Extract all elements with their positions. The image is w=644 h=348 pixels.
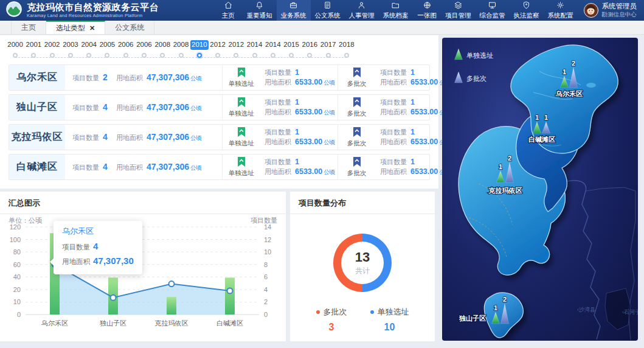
bar-白碱滩区[interactable]	[225, 277, 235, 315]
year-dot	[307, 53, 312, 58]
multi-count-value: 1	[410, 128, 415, 136]
year-item[interactable]: 2010	[190, 40, 209, 63]
user-profile[interactable]: 系统管理员 勘测信息中心	[578, 2, 644, 18]
nav-item-settings[interactable]: 系统配置	[544, 0, 578, 21]
user-avatar-icon	[584, 3, 598, 18]
business-icon	[289, 1, 298, 11]
nav-item-enforcement[interactable]: 执法监察	[510, 0, 544, 21]
multi-count-value: 1	[410, 68, 415, 77]
year-item[interactable]: 2012	[227, 40, 245, 63]
year-item[interactable]: 2001	[24, 40, 43, 63]
year-item[interactable]: 2005	[98, 40, 116, 63]
year-item[interactable]: 2018	[338, 40, 356, 63]
area-label: 用地面积	[116, 133, 143, 142]
year-dot	[105, 53, 109, 58]
year-item[interactable]: 2014	[264, 40, 282, 63]
year-label: 2017	[319, 40, 338, 50]
bar-克拉玛依区[interactable]	[167, 297, 176, 315]
legend-dot-icon	[316, 310, 320, 314]
year-item[interactable]: 2017	[319, 40, 338, 63]
svg-text:40: 40	[13, 273, 21, 280]
year-item[interactable]: 2008	[153, 40, 171, 63]
area-label: 用地面积	[116, 163, 143, 172]
nav-item-onemap[interactable]: 一张图	[413, 0, 441, 21]
tab-home[interactable]: 主页	[11, 21, 46, 34]
year-item[interactable]: 2004	[80, 40, 98, 63]
svg-text:1: 1	[535, 114, 539, 121]
project-count-panel: 项目数量分布 13 共计 多批次3单独选址10	[290, 192, 435, 341]
year-item[interactable]: 2002	[43, 40, 61, 63]
single-site-badge: 单独选址	[222, 155, 260, 179]
year-item[interactable]: 2008	[171, 40, 190, 63]
count-label: 项目数量	[72, 74, 99, 83]
map-region-label: 白碱滩区	[528, 136, 555, 143]
year-item[interactable]: 2014	[245, 40, 263, 63]
nav-item-business[interactable]: 业务系统	[277, 0, 311, 21]
area-unit: 公顷	[190, 75, 202, 82]
map-legend: 单独选址多批次	[455, 49, 494, 83]
count-label: 项目数量	[72, 133, 99, 142]
nav-item-home[interactable]: 主页	[214, 0, 243, 21]
district-row: 乌尔禾区项目数量2用地面积47,307,306公顷单独选址项目数量1用地面积65…	[9, 64, 430, 91]
year-item[interactable]: 2006	[135, 40, 153, 63]
donut-total: 13	[355, 249, 370, 265]
single-site-badge: 单独选址	[222, 95, 260, 120]
tab-bar: 主页选址类型✕公文系统	[0, 21, 644, 35]
map-region-label: 独山子区	[459, 315, 486, 322]
svg-text:1: 1	[494, 304, 497, 311]
tab-close-icon[interactable]: ✕	[89, 24, 95, 32]
year-label: 2015	[282, 40, 300, 50]
home-icon	[224, 1, 233, 11]
svg-text:12: 12	[264, 236, 271, 243]
nav-item-hr[interactable]: 人事管理	[345, 0, 379, 21]
x-category-label: 乌尔禾区	[41, 319, 68, 327]
donut-total-label: 共计	[355, 266, 370, 276]
line-point-独山子区[interactable]	[111, 295, 116, 301]
tab-documents[interactable]: 公文系统	[105, 21, 154, 34]
svg-text:2: 2	[503, 296, 507, 303]
tooltip-row-value: 47,307,30	[93, 256, 134, 266]
year-dot	[13, 53, 18, 58]
district-rows: 乌尔禾区项目数量2用地面积47,307,306公顷单独选址项目数量1用地面积65…	[0, 63, 438, 180]
year-item[interactable]: 2012	[209, 40, 227, 63]
projects-icon	[454, 1, 463, 11]
user-name: 系统管理员	[602, 2, 637, 10]
donut-legend-item[interactable]: 单独选址10	[370, 307, 409, 333]
year-label: 2016	[301, 40, 319, 50]
line-point-白碱滩区[interactable]	[227, 288, 233, 293]
tab-site-type[interactable]: 选址类型✕	[46, 21, 105, 34]
nav-item-documents[interactable]: 公文系统	[311, 0, 345, 21]
nav-item-supervision[interactable]: 综合监管	[476, 0, 510, 21]
line-point-克拉玛依区[interactable]	[169, 281, 175, 287]
count-value: 2	[103, 72, 108, 82]
year-item[interactable]: 2016	[300, 40, 319, 63]
year-label: 2001	[25, 40, 43, 50]
year-item[interactable]: 2006	[117, 40, 135, 63]
svg-text:80: 80	[13, 248, 21, 256]
year-label: 2002	[43, 40, 61, 50]
bookmark-green-icon	[237, 67, 246, 79]
year-label: 2012	[227, 40, 246, 50]
single-site-badge: 单独选址	[222, 125, 260, 150]
svg-text:‹石河子: ‹石河子	[622, 309, 638, 315]
donut-legend-item[interactable]: 多批次3	[316, 307, 347, 333]
year-item[interactable]: 2000	[6, 40, 24, 63]
x-category-label: 白碱滩区	[216, 319, 243, 327]
single-area-value: 6533.00公顷	[295, 167, 335, 176]
nav-item-archives[interactable]: 系统档案	[379, 0, 413, 21]
legend-value: 3	[329, 322, 334, 333]
svg-text:14: 14	[264, 223, 271, 231]
year-dot	[326, 53, 331, 58]
year-item[interactable]: 2003	[61, 40, 80, 63]
single-count-value: 1	[295, 158, 299, 166]
donut-legend: 多批次3单独选址10	[290, 307, 435, 333]
district-name: 克拉玛依区	[9, 125, 65, 150]
area-unit: 公顷	[190, 134, 202, 141]
map-region-label: 乌尔禾区	[555, 90, 583, 97]
nav-item-notices[interactable]: 重要通知	[243, 0, 277, 21]
single-count-value: 1	[295, 98, 299, 106]
tooltip-row-label: 用地面积	[62, 258, 90, 265]
year-item[interactable]: 2015	[282, 40, 300, 63]
app-subtitle: Karamay Land and Resources Administratio…	[27, 13, 159, 18]
nav-item-projects[interactable]: 项目管理	[441, 0, 476, 21]
